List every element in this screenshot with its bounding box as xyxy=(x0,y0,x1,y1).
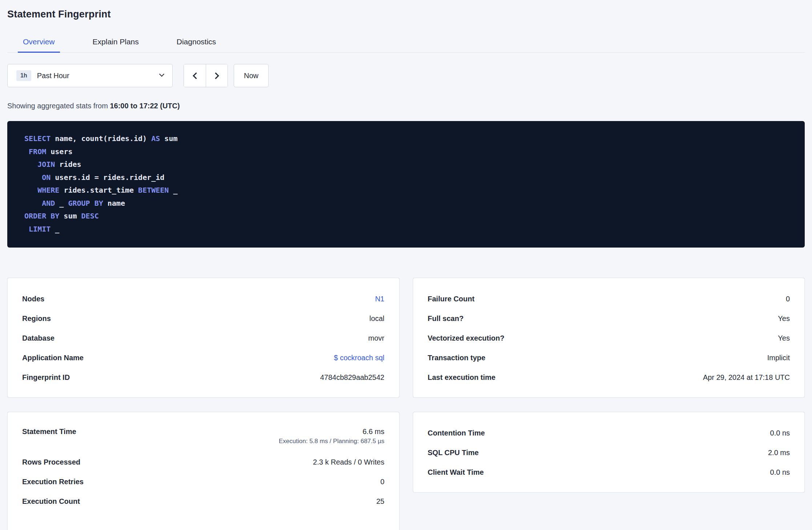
stat-label: Database xyxy=(22,334,55,342)
sql-text xyxy=(24,199,42,208)
sql-text: sum xyxy=(160,134,177,143)
stat-row: Contention Time0.0 ns xyxy=(428,423,790,443)
sql-line: SELECT name, count(rides.id) AS sum xyxy=(24,132,794,145)
sql-keyword: FROM xyxy=(29,147,46,156)
stat-value: Implicit xyxy=(767,354,790,362)
statement-details-card: NodesN1RegionslocalDatabasemovrApplicati… xyxy=(7,278,399,398)
stat-row: Failure Count0 xyxy=(428,289,790,309)
sql-line: AND _ GROUP BY name xyxy=(24,197,794,210)
sql-keyword: JOIN xyxy=(37,160,55,169)
stats-caption: Showing aggregated stats from 16:00 to 1… xyxy=(7,102,805,110)
stat-value: 0 xyxy=(786,295,790,303)
stat-label: Execution Retries xyxy=(22,478,84,486)
stat-row: Statement Time6.6 msExecution: 5.8 ms / … xyxy=(22,423,385,452)
stat-value: Apr 29, 2024 at 17:18 UTC xyxy=(703,373,790,381)
stat-value: 0 xyxy=(380,478,384,486)
stat-label: Execution Count xyxy=(22,497,80,506)
stat-row: NodesN1 xyxy=(22,289,385,309)
stat-row: Databasemovr xyxy=(22,328,385,348)
stat-row: Regionslocal xyxy=(22,309,385,328)
stat-label: Last execution time xyxy=(428,373,496,382)
sql-line: ORDER BY sum DESC xyxy=(24,210,794,223)
stat-value: 2.3 k Reads / 0 Writes xyxy=(313,458,384,466)
stat-value: 0.0 ns xyxy=(770,429,790,437)
sql-text xyxy=(24,173,42,182)
sql-text xyxy=(24,160,37,169)
stat-value: 4784cb829aab2542 xyxy=(320,373,385,381)
execution-attributes-card: Failure Count0Full scan?YesVectorized ex… xyxy=(413,278,805,398)
stat-value-wrap: 25 xyxy=(376,497,384,506)
stat-row: Application Name$ cockroach sql xyxy=(22,348,385,368)
sql-text xyxy=(24,225,29,233)
time-range-badge: 1h xyxy=(16,70,31,81)
sql-text: _ xyxy=(169,186,177,194)
stat-row: Client Wait Time0.0 ns xyxy=(428,462,790,482)
tab-overview[interactable]: Overview xyxy=(18,32,60,52)
chevron-left-icon xyxy=(193,72,199,79)
stat-value-wrap: 0.0 ns xyxy=(770,429,790,437)
stat-label: SQL CPU Time xyxy=(428,449,479,457)
stat-label: Statement Time xyxy=(22,427,76,436)
stat-label: Failure Count xyxy=(428,295,475,303)
stat-label: Client Wait Time xyxy=(428,468,484,477)
stat-row: Vectorized execution?Yes xyxy=(428,328,790,348)
stat-label: Fingerprint ID xyxy=(22,373,70,382)
chevron-right-icon xyxy=(212,72,219,79)
now-button[interactable]: Now xyxy=(234,64,269,87)
sql-line: ON users.id = rides.rider_id xyxy=(24,171,794,184)
sql-statement: SELECT name, count(rides.id) AS sum FROM… xyxy=(7,121,805,248)
stat-value: Yes xyxy=(778,314,790,322)
sql-text: _ xyxy=(55,199,68,208)
stat-value: movr xyxy=(368,334,384,342)
stat-value: local xyxy=(369,314,384,322)
stat-row: SQL CPU Time2.0 ms xyxy=(428,443,790,462)
sql-keyword: GROUP BY xyxy=(68,199,103,208)
sql-keyword: ON xyxy=(42,173,51,182)
stat-row: Execution Retries0 xyxy=(22,472,385,491)
stat-value-wrap: 4784cb829aab2542 xyxy=(320,373,385,382)
stat-value-wrap: $ cockroach sql xyxy=(334,354,385,362)
stat-value: 6.6 ms xyxy=(362,427,384,435)
stat-subvalue: Execution: 5.8 ms / Planning: 687.5 µs xyxy=(279,438,384,445)
stat-value: 0.0 ns xyxy=(770,468,790,476)
sql-keyword: AS xyxy=(151,134,160,143)
stat-row: Full scan?Yes xyxy=(428,309,790,328)
sql-keyword: SELECT xyxy=(24,134,51,143)
stats-caption-prefix: Showing aggregated stats from xyxy=(7,102,110,110)
sql-text: name xyxy=(103,199,125,208)
sql-text: name, count(rides.id) xyxy=(51,134,151,143)
sql-keyword: LIMIT xyxy=(29,225,51,233)
sql-text: _ xyxy=(51,225,59,233)
sql-text: users xyxy=(46,147,72,156)
next-interval-button[interactable] xyxy=(206,64,228,87)
stat-value-wrap: 0.0 ns xyxy=(770,468,790,477)
sql-keyword: WHERE xyxy=(37,186,59,194)
stat-value-wrap: local xyxy=(369,314,384,323)
sql-keyword: ORDER BY xyxy=(24,212,59,220)
summary-cards-row-2: Statement Time6.6 msExecution: 5.8 ms / … xyxy=(7,412,805,530)
stat-label: Regions xyxy=(22,314,51,323)
stat-value-wrap: 0 xyxy=(380,478,384,486)
sql-line: FROM users xyxy=(24,145,794,158)
chevron-down-icon xyxy=(159,72,164,77)
wait-times-card: Contention Time0.0 nsSQL CPU Time2.0 msC… xyxy=(413,412,805,493)
summary-cards-row-1: NodesN1RegionslocalDatabasemovrApplicati… xyxy=(7,278,805,398)
statement-times-card: Statement Time6.6 msExecution: 5.8 ms / … xyxy=(7,412,399,530)
stat-value-wrap: Yes xyxy=(778,334,790,342)
stat-value-wrap: 2.3 k Reads / 0 Writes xyxy=(313,458,384,466)
prev-interval-button[interactable] xyxy=(184,64,206,87)
sql-line: WHERE rides.start_time BETWEEN _ xyxy=(24,184,794,197)
stat-value-wrap: 0 xyxy=(786,295,790,303)
tab-diagnostics[interactable]: Diagnostics xyxy=(172,32,221,52)
stat-value-link[interactable]: $ cockroach sql xyxy=(334,354,385,362)
stat-value-link[interactable]: N1 xyxy=(375,295,385,303)
sql-keyword: AND xyxy=(42,199,55,208)
stat-value-wrap: Yes xyxy=(778,314,790,323)
stat-value: 25 xyxy=(376,497,384,505)
sql-text: sum xyxy=(59,212,81,220)
time-range-label: Past Hour xyxy=(37,72,160,80)
time-range-select[interactable]: 1h Past Hour xyxy=(7,64,173,87)
time-controls: 1h Past Hour Now xyxy=(7,64,805,87)
stat-row: Rows Processed2.3 k Reads / 0 Writes xyxy=(22,452,385,472)
tab-explain-plans[interactable]: Explain Plans xyxy=(88,32,144,52)
